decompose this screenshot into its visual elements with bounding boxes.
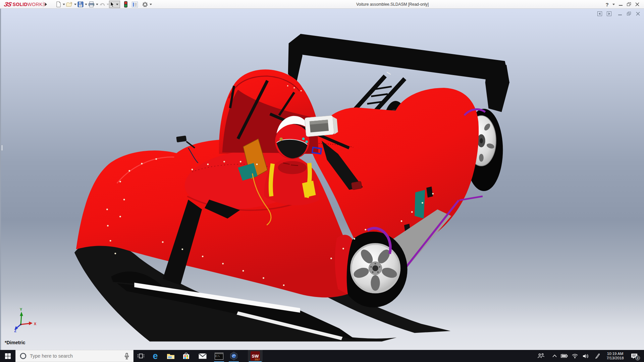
select-cursor-icon bbox=[110, 2, 115, 7]
battery-button[interactable] bbox=[559, 350, 569, 362]
windows-logo-icon bbox=[5, 353, 11, 359]
save-floppy-icon bbox=[77, 1, 84, 7]
clock[interactable]: 10:19 AM 7/13/2018 bbox=[603, 350, 627, 362]
caret-down-icon bbox=[612, 4, 615, 5]
undo-arrow-icon bbox=[99, 2, 105, 7]
print-button[interactable] bbox=[87, 0, 96, 8]
harness-strap-left bbox=[271, 164, 273, 196]
new-document-dropdown[interactable] bbox=[62, 0, 65, 8]
caret-down-icon bbox=[63, 4, 65, 5]
close-button[interactable] bbox=[635, 0, 641, 9]
options-button[interactable] bbox=[141, 0, 149, 8]
cortana-icon bbox=[20, 353, 26, 359]
store-icon bbox=[182, 352, 190, 360]
file-properties-icon bbox=[132, 2, 138, 7]
intake-box bbox=[305, 115, 338, 137]
action-center-button[interactable]: 2 bbox=[629, 350, 640, 362]
print-dropdown[interactable] bbox=[96, 0, 98, 8]
solidworks-app-icon: SW 2017 bbox=[251, 351, 260, 361]
caret-down-icon bbox=[85, 4, 87, 5]
sw-year: 2017 bbox=[255, 358, 260, 361]
restore-icon bbox=[627, 2, 631, 6]
triad-y-label: Y bbox=[20, 307, 22, 311]
command-prompt-icon: C:\ bbox=[215, 353, 223, 360]
select-dropdown-icon[interactable] bbox=[116, 4, 119, 5]
options-dropdown[interactable] bbox=[149, 0, 152, 8]
caret-down-icon bbox=[96, 4, 98, 5]
taskbar-command-prompt[interactable]: C:\ bbox=[212, 350, 226, 362]
menu-flyout-button[interactable] bbox=[43, 1, 48, 8]
triad-z-label: Z bbox=[14, 329, 17, 333]
traffic-light-icon bbox=[124, 1, 128, 8]
caret-down-icon bbox=[74, 4, 76, 5]
chevron-up-icon bbox=[552, 355, 557, 357]
taskbar-store[interactable] bbox=[179, 350, 194, 362]
minimize-button[interactable] bbox=[619, 0, 624, 9]
taskbar-edrawings[interactable] bbox=[226, 350, 241, 362]
cmd-label: C:\ bbox=[215, 355, 220, 358]
quick-access-toolbar bbox=[55, 0, 152, 9]
flyout-arrow-icon bbox=[45, 3, 47, 6]
view-orientation-label: *Dimetric bbox=[5, 340, 25, 345]
task-view-icon bbox=[137, 353, 145, 359]
edrawings-hexagon-icon bbox=[230, 352, 238, 360]
help-dropdown[interactable] bbox=[612, 0, 615, 9]
save-dropdown[interactable] bbox=[85, 0, 87, 8]
new-document-button[interactable] bbox=[55, 0, 62, 8]
taskbar-mail[interactable] bbox=[195, 350, 210, 362]
notification-badge: 2 bbox=[635, 356, 640, 360]
taskbar-file-explorer[interactable] bbox=[163, 350, 178, 362]
select-tool-button[interactable] bbox=[109, 1, 120, 8]
rebuild-button[interactable] bbox=[123, 0, 129, 8]
taskbar-edge[interactable]: e bbox=[148, 350, 163, 362]
task-view-button[interactable] bbox=[133, 350, 148, 362]
hidden-icons-chevron[interactable] bbox=[550, 350, 559, 362]
gear-icon bbox=[142, 1, 148, 8]
open-folder-icon bbox=[66, 2, 73, 7]
people-button[interactable] bbox=[536, 350, 546, 362]
wifi-icon bbox=[572, 354, 578, 358]
open-button[interactable] bbox=[65, 0, 74, 8]
taskbar-search-box[interactable] bbox=[15, 350, 133, 362]
tray-time: 10:19 AM bbox=[607, 352, 624, 356]
taskbar-solidworks[interactable]: SW 2017 bbox=[248, 350, 263, 362]
new-document-icon bbox=[56, 1, 61, 7]
file-properties-button[interactable] bbox=[131, 0, 139, 8]
save-button[interactable] bbox=[76, 0, 85, 8]
undo-button[interactable] bbox=[98, 0, 106, 8]
caret-down-icon bbox=[150, 4, 152, 5]
solidworks-logo: ЗS SOLIDWORKS bbox=[4, 0, 46, 8]
sw-label: SW bbox=[252, 354, 259, 359]
open-dropdown[interactable] bbox=[74, 0, 76, 8]
document-title: Voiture assomblee.SLDASM [Read-only] bbox=[356, 0, 429, 9]
help-button[interactable]: ? bbox=[605, 0, 609, 9]
tray-date: 7/13/2018 bbox=[606, 356, 624, 360]
printer-icon bbox=[88, 1, 95, 7]
windows-taskbar: e C:\ bbox=[0, 350, 644, 362]
teal-side-intake bbox=[415, 190, 425, 219]
battery-icon bbox=[561, 354, 568, 358]
minimize-icon bbox=[619, 2, 623, 6]
restore-button[interactable] bbox=[627, 0, 632, 9]
graphics-viewport[interactable]: Y X Z *Dimetric bbox=[0, 9, 644, 350]
microphone-icon[interactable] bbox=[124, 353, 129, 359]
file-explorer-icon bbox=[167, 353, 175, 359]
windows-ink-button[interactable] bbox=[593, 350, 602, 362]
wifi-button[interactable] bbox=[570, 350, 580, 362]
app-title-bar: ЗS SOLIDWORKS bbox=[0, 0, 644, 9]
volume-icon bbox=[583, 354, 589, 359]
solidworks-logo-mark: ЗS bbox=[3, 1, 12, 8]
caret-down-icon bbox=[107, 4, 109, 5]
search-input[interactable] bbox=[30, 353, 124, 359]
start-button[interactable] bbox=[0, 350, 15, 362]
orientation-triad: Y X Z bbox=[14, 307, 37, 333]
pen-icon bbox=[595, 353, 600, 359]
edge-icon: e bbox=[153, 352, 158, 361]
mail-icon bbox=[199, 353, 207, 359]
volume-button[interactable] bbox=[581, 350, 590, 362]
triad-x-label: X bbox=[34, 322, 37, 326]
car-3d-model[interactable]: Y X Z bbox=[1, 9, 644, 350]
close-icon bbox=[635, 2, 639, 6]
people-icon bbox=[538, 353, 544, 359]
undo-dropdown[interactable] bbox=[106, 0, 109, 8]
